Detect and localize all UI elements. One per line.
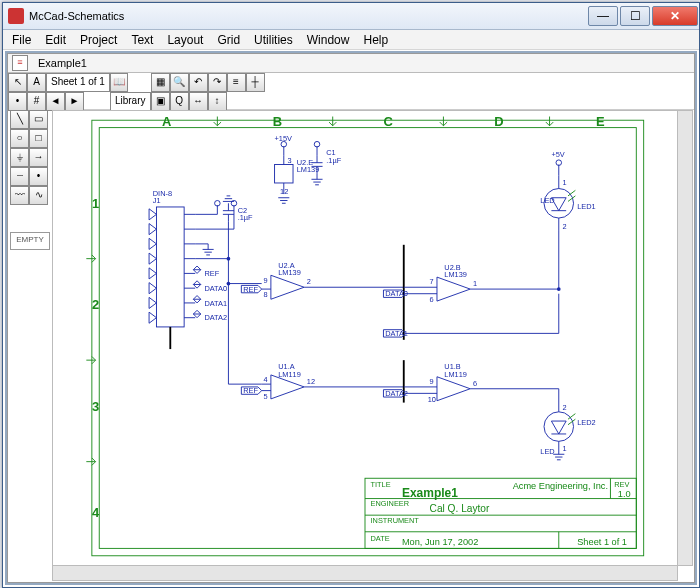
menu-text[interactable]: Text (124, 33, 160, 47)
pal-gnd-icon[interactable]: ⏚ (10, 148, 29, 167)
menu-project[interactable]: Project (73, 33, 124, 47)
pal-wave-icon[interactable]: 〰 (10, 186, 29, 205)
svg-rect-4 (156, 207, 184, 327)
horizontal-scrollbar[interactable] (52, 565, 678, 581)
tool-rotr-icon[interactable]: ↷ (208, 73, 227, 92)
svg-text:REF: REF (243, 285, 258, 294)
svg-text:DATA0: DATA0 (385, 289, 408, 298)
pal-dash-icon[interactable]: ┄ (10, 167, 29, 186)
pal-square-icon[interactable]: □ (29, 129, 48, 148)
tool-select-icon[interactable]: ▦ (151, 73, 170, 92)
svg-text:DATE: DATE (371, 534, 390, 543)
titlebar[interactable]: McCad-Schematics — ☐ ✕ (3, 3, 699, 30)
tool-pointer-icon[interactable]: ↖ (8, 73, 27, 92)
library-label[interactable]: Library (110, 92, 151, 111)
col-e: E (596, 114, 605, 129)
row-2: 2 (92, 297, 99, 312)
svg-text:3: 3 (287, 156, 291, 165)
component-u2b[interactable]: U2.B LM139 7 1 (404, 263, 477, 301)
component-led1[interactable]: +5V 1 LED LED1 2 (540, 150, 595, 231)
menubar: File Edit Project Text Layout Grid Utili… (3, 30, 699, 50)
component-u1a[interactable]: U1.A LM119 4 12 (262, 362, 315, 399)
menu-layout[interactable]: Layout (160, 33, 210, 47)
svg-text:12: 12 (280, 187, 288, 196)
menu-utilities[interactable]: Utilities (247, 33, 300, 47)
schematic-canvas[interactable]: A B C D E 1 (52, 110, 678, 566)
svg-point-62 (544, 412, 574, 442)
svg-text:1: 1 (562, 178, 566, 187)
component-u2e[interactable]: +15V U2.E LM139 3 12 (275, 134, 320, 204)
tool-text-icon[interactable]: A (27, 73, 46, 92)
svg-text:2: 2 (562, 222, 566, 231)
svg-text:9: 9 (430, 377, 434, 386)
svg-text:LM139: LM139 (278, 268, 301, 277)
tool-flipv-icon[interactable]: ↕ (208, 92, 227, 111)
tool-zoom2-icon[interactable]: Q (170, 92, 189, 111)
tool-grid-icon[interactable]: # (27, 92, 46, 111)
svg-text:REF: REF (243, 386, 258, 395)
pal-dot-icon[interactable]: • (29, 167, 48, 186)
tool-junction-icon[interactable]: • (8, 92, 27, 111)
svg-point-25 (227, 282, 231, 286)
svg-text:7: 7 (430, 277, 434, 286)
titleblock: TITLE Example1 Acme Engineering, Inc. RE… (365, 478, 636, 548)
tool-next-icon[interactable]: ► (65, 92, 84, 111)
document-titlebar[interactable]: ≡ Example1 (8, 54, 694, 73)
svg-text:4: 4 (263, 375, 267, 384)
menu-help[interactable]: Help (356, 33, 395, 47)
tool-fit-icon[interactable]: ▣ (151, 92, 170, 111)
schematic-svg: A B C D E 1 (53, 111, 677, 565)
svg-text:DATA0: DATA0 (204, 284, 227, 293)
menu-file[interactable]: File (5, 33, 38, 47)
svg-text:2: 2 (307, 277, 311, 286)
menu-window[interactable]: Window (300, 33, 357, 47)
doc-icon: ≡ (12, 55, 28, 71)
svg-text:5: 5 (263, 392, 267, 401)
component-c1[interactable]: C1 .1µF (311, 141, 341, 184)
svg-text:9: 9 (263, 276, 267, 285)
component-j1[interactable]: DIN-8 J1 REF (149, 189, 227, 349)
svg-text:REF: REF (204, 269, 219, 278)
menu-edit[interactable]: Edit (38, 33, 73, 47)
tool-rotl-icon[interactable]: ↶ (189, 73, 208, 92)
pal-arrow-icon[interactable]: → (29, 148, 48, 167)
mdi-client: ≡ Example1 ↖ A • # Sheet 1 of 1 (5, 51, 697, 585)
svg-text:LED2: LED2 (577, 418, 595, 427)
component-led2[interactable]: 2 LED2 LED 1 (540, 403, 595, 460)
pal-line-icon[interactable]: ╲ (10, 110, 29, 129)
tool-zoom-icon[interactable]: 🔍 (170, 73, 189, 92)
svg-text:LED: LED (540, 196, 554, 205)
menu-grid[interactable]: Grid (210, 33, 247, 47)
svg-text:INSTRUMENT: INSTRUMENT (371, 516, 420, 525)
sheet-indicator[interactable]: Sheet 1 of 1 (46, 73, 110, 92)
svg-text:.1µF: .1µF (238, 213, 253, 222)
maximize-button[interactable]: ☐ (620, 6, 650, 26)
svg-text:J1: J1 (153, 196, 161, 205)
component-c2[interactable]: C2 .1µF (223, 196, 253, 222)
svg-text:1.0: 1.0 (618, 489, 631, 499)
document-window: ≡ Example1 ↖ A • # Sheet 1 of 1 (7, 53, 695, 583)
svg-text:6: 6 (430, 295, 434, 304)
svg-text:10: 10 (428, 395, 436, 404)
library-icon[interactable]: 📖 (110, 73, 128, 92)
minimize-button[interactable]: — (588, 6, 618, 26)
tool-align-icon[interactable]: ≡ (227, 73, 246, 92)
vertical-scrollbar[interactable] (677, 110, 693, 566)
tool-prev-icon[interactable]: ◄ (46, 92, 65, 111)
tool-snap-icon[interactable]: ┼ (246, 73, 265, 92)
pal-rect-icon[interactable]: ▭ (29, 110, 48, 129)
component-u1b[interactable]: U1.B LM119 9 6 (404, 362, 477, 400)
tool-fliph-icon[interactable]: ↔ (189, 92, 208, 111)
window-title: McCad-Schematics (29, 10, 587, 22)
svg-text:Example1: Example1 (402, 486, 458, 500)
close-button[interactable]: ✕ (652, 6, 698, 26)
svg-text:Cal Q. Laytor: Cal Q. Laytor (430, 503, 490, 514)
pal-circle-icon[interactable]: ○ (10, 129, 29, 148)
pal-wave2-icon[interactable]: ∿ (29, 186, 48, 205)
svg-text:LM119: LM119 (444, 370, 467, 379)
col-d: D (494, 114, 503, 129)
svg-text:8: 8 (263, 290, 267, 299)
svg-text:+15V: +15V (275, 134, 293, 143)
svg-text:ENGINEER: ENGINEER (371, 499, 410, 508)
component-u2a[interactable]: U2.A LM139 9 2 (263, 261, 310, 299)
